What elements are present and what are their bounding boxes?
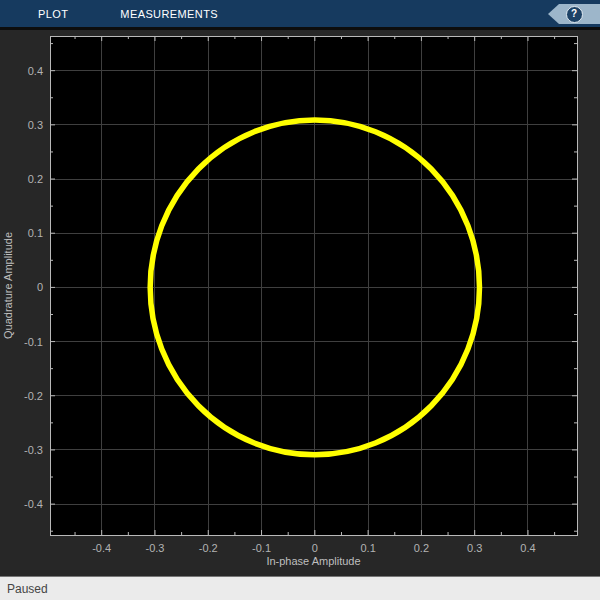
constellation-plot: -0.4-0.3-0.2-0.100.10.20.30.4-0.4-0.3-0.…	[0, 30, 600, 576]
x-tick-label: 0	[312, 542, 318, 554]
status-text: Paused	[7, 582, 48, 596]
y-tick-label: 0.2	[28, 173, 43, 185]
y-tick-label: -0.4	[24, 498, 43, 510]
constellation-diagram-window: PLOT MEASUREMENTS ? -0.4-0.3-0.2-0.100.1…	[0, 0, 600, 600]
x-tick-label: -0.1	[252, 542, 271, 554]
x-tick-label: -0.2	[199, 542, 218, 554]
x-tick-label: 0.3	[467, 542, 482, 554]
y-tick-label: 0.3	[28, 119, 43, 131]
axes-background	[50, 36, 577, 535]
y-tick-label: -0.3	[24, 444, 43, 456]
x-tick-label: -0.3	[145, 542, 164, 554]
toolstrip-collapse-arrow-icon[interactable]: ?	[548, 4, 600, 24]
y-tick-label: 0	[37, 281, 43, 293]
x-tick-label: 0.2	[414, 542, 429, 554]
x-tick-label: 0.1	[360, 542, 375, 554]
y-tick-label: 0.4	[28, 65, 43, 77]
y-axis-label: Quadrature Amplitude	[2, 232, 14, 339]
tab-measurements[interactable]: MEASUREMENTS	[102, 8, 236, 20]
x-tick-label: 0.4	[520, 542, 535, 554]
x-tick-label: -0.4	[92, 542, 111, 554]
help-button[interactable]: ?	[566, 6, 583, 23]
x-axis-label: In-phase Amplitude	[266, 555, 360, 567]
figure-area: -0.4-0.3-0.2-0.100.10.20.30.4-0.4-0.3-0.…	[0, 30, 600, 576]
y-tick-label: -0.1	[24, 336, 43, 348]
toolstrip: PLOT MEASUREMENTS ?	[0, 0, 600, 27]
y-tick-label: -0.2	[24, 390, 43, 402]
status-bar: Paused	[0, 576, 600, 600]
tab-plot[interactable]: PLOT	[20, 8, 86, 20]
y-tick-label: 0.1	[28, 227, 43, 239]
